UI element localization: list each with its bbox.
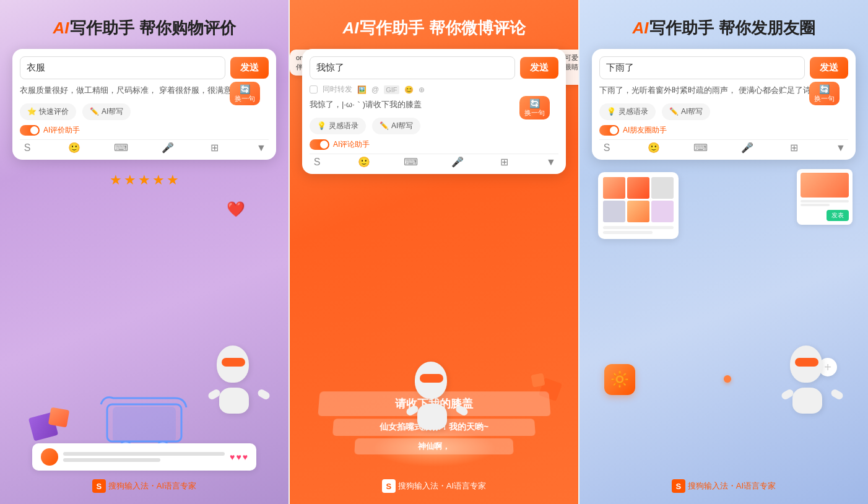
heart-bubble-1: ❤️ [227, 201, 245, 218]
quick-btn-1a[interactable]: ⭐ 快速评价 [20, 103, 76, 120]
quick-btns-3: 💡 灵感语录 ✏️ AI帮写 [599, 103, 848, 120]
search-input-3[interactable]: 下雨了 [599, 56, 805, 79]
photo-6 [651, 201, 674, 222]
weibo-icon-img: 🖼️ [357, 85, 367, 94]
weibo-icon-plus[interactable]: ⊕ [419, 85, 425, 94]
gift-box-2 [48, 407, 69, 428]
footer-brand-3: S 搜狗输入法・AI语言专家 [672, 479, 776, 493]
app-icon-3: 🔆 [604, 364, 635, 395]
mascot-2 [406, 362, 468, 430]
search-input-1[interactable]: 衣服 [20, 56, 225, 79]
share-card-img [801, 173, 849, 198]
panel-3-title-text: 写作助手 帮你发朋友圈 [649, 17, 815, 39]
keyboard-icon-1[interactable]: ⌨ [113, 142, 128, 154]
keyboard-mockup-1: 衣服 发送 衣服质量很好，做工精细，尺码标准， 穿着很舒服，很满意。 🔄 换一句… [12, 49, 276, 160]
heart-1: ♥ [230, 452, 235, 462]
panel-weibo: AI 写作助手 帮你微博评论 我惊了 发送 同时转发 🖼️ @ GIF 😊 ⊕ … [290, 0, 578, 504]
more-icon-3[interactable]: ▼ [833, 142, 848, 154]
mascot-body-2 [417, 404, 447, 430]
social-card-large [598, 172, 679, 239]
grid-icon-1[interactable]: ⊞ [207, 142, 222, 154]
send-button-1[interactable]: 发送 [230, 57, 269, 79]
keyboard-icon-3[interactable]: ⌨ [693, 142, 708, 154]
star-1: ★ [110, 172, 122, 188]
reply-text-1: 衣服质量很好，做工精细，尺码标准， 穿着很舒服，很满意。 [20, 84, 240, 97]
sogou-icon-2: S [310, 157, 324, 168]
toggle-label-2: AI评论助手 [333, 139, 370, 150]
toggle-row-3: AI朋友圈助手 [599, 125, 848, 136]
photo-4 [603, 201, 625, 222]
keyboard-mockup-2: 我惊了 发送 同时转发 🖼️ @ GIF 😊 ⊕ 我惊了，|·ω·｀)请收下我的… [302, 49, 566, 174]
panel-moments: AI 写作助手 帮你发朋友圈 下雨了 发送 下雨了，光听着窗外时紧时疏的雨声， … [579, 0, 868, 504]
weibo-icon-at[interactable]: @ [371, 85, 379, 94]
mascot-area-1: ❤️ ♥ ♥ ♥ [12, 188, 276, 476]
photo-5 [627, 201, 649, 222]
heart-3: ♥ [243, 452, 248, 462]
hearts-row-1: ♥ ♥ ♥ [230, 452, 248, 462]
send-button-2[interactable]: 发送 [520, 57, 558, 79]
grid-icon-2[interactable]: ⊞ [497, 157, 511, 168]
kb-bottom-1: S 🙂 ⌨ 🎤 ⊞ ▼ [20, 139, 269, 155]
toggle-3[interactable] [599, 125, 619, 136]
mascot-1 [208, 345, 270, 414]
sogou-logo-3: S [672, 479, 685, 493]
card-line-1 [603, 226, 674, 229]
mascot-glasses-3 [795, 358, 818, 367]
kb-bottom-2: S 🙂 ⌨ 🎤 ⊞ ▼ [310, 154, 558, 169]
huan-btn-2[interactable]: 🔄 换一句 [519, 96, 550, 119]
review-avatar-1 [41, 448, 58, 466]
emoji-icon-1[interactable]: 🙂 [67, 142, 82, 154]
brand-text-1: 搜狗输入法・AI语言专家 [108, 480, 196, 492]
quick-btn-3a[interactable]: 💡 灵感语录 [599, 103, 656, 120]
more-icon-2[interactable]: ▼ [544, 157, 558, 168]
quick-btns-2: 💡 灵感语录 ✏️ AI帮写 [310, 118, 558, 134]
input-row-2: 我惊了 发送 [310, 56, 558, 79]
kb-bottom-3: S 🙂 ⌨ 🎤 ⊞ ▼ [599, 139, 848, 155]
star-2: ★ [124, 172, 136, 188]
panel-shopping: AI 写作助手 帮你购物评价 衣服 发送 衣服质量很好，做工精细，尺码标准， 穿… [0, 0, 289, 504]
toggle-2[interactable] [310, 139, 329, 150]
toggle-row-2: AI评论助手 [310, 139, 558, 150]
grid-icon-3[interactable]: ⊞ [786, 142, 801, 154]
emoji-icon-2[interactable]: 🙂 [357, 157, 371, 168]
footer-brand-1: S 搜狗输入法・AI语言专家 [92, 479, 196, 493]
repost-checkbox[interactable] [310, 85, 318, 93]
stars-row-1: ★ ★ ★ ★ ★ [110, 172, 179, 188]
share-card: 发表 [797, 169, 853, 225]
huan-btn-3[interactable]: 🔄 换一句 [809, 82, 840, 105]
quick-btn-3b[interactable]: ✏️ AI帮写 [662, 103, 710, 120]
emoji-icon-3[interactable]: 🙂 [646, 142, 661, 154]
toggle-label-3: AI朋友圈助手 [623, 125, 667, 136]
weibo-icon-emoji[interactable]: 😊 [404, 85, 414, 94]
send-button-3[interactable]: 发送 [810, 57, 848, 79]
quick-btn-2a[interactable]: 💡 灵感语录 [310, 118, 366, 134]
photo-grid [603, 177, 674, 222]
more-icon-1[interactable]: ▼ [254, 142, 269, 154]
keyboard-icon-2[interactable]: ⌨ [403, 157, 418, 168]
weibo-icon-gif[interactable]: GIF [384, 85, 399, 94]
mascot-glasses-1 [222, 358, 245, 367]
review-card-1: ♥ ♥ ♥ [32, 443, 256, 471]
footer-brand-2: S 搜狗输入法・AI语言专家 [382, 479, 486, 493]
quick-btn-2b[interactable]: ✏️ AI帮写 [372, 118, 420, 134]
search-input-2[interactable]: 我惊了 [310, 56, 515, 79]
reply-area-3: 下雨了，光听着窗外时紧时疏的雨声， 便满心都会贮足了诗 🔄 换一句 [599, 84, 848, 103]
card-line-2 [603, 231, 653, 234]
share-line-2 [801, 204, 830, 206]
share-publish-btn[interactable]: 发表 [827, 210, 849, 221]
block3d-2 [531, 373, 545, 387]
panel-3-title: AI 写作助手 帮你发朋友圈 [632, 17, 815, 39]
review-line-1 [63, 452, 225, 456]
mic-icon-3[interactable]: 🎤 [740, 142, 755, 154]
quick-btn-1b[interactable]: ✏️ AI帮写 [82, 103, 131, 120]
mic-icon-1[interactable]: 🎤 [160, 142, 175, 154]
toggle-1[interactable] [20, 125, 40, 136]
panel-1-title: AI 写作助手 帮你购物评价 [53, 17, 235, 39]
mascot-body-1 [219, 388, 249, 414]
huan-btn-1[interactable]: 🔄 换一句 [230, 82, 260, 105]
ai-label-2: AI [342, 19, 358, 38]
heart-2: ♥ [236, 452, 241, 462]
star-4: ★ [152, 172, 165, 188]
mic-icon-2[interactable]: 🎤 [450, 157, 465, 168]
photo-2 [627, 177, 649, 199]
